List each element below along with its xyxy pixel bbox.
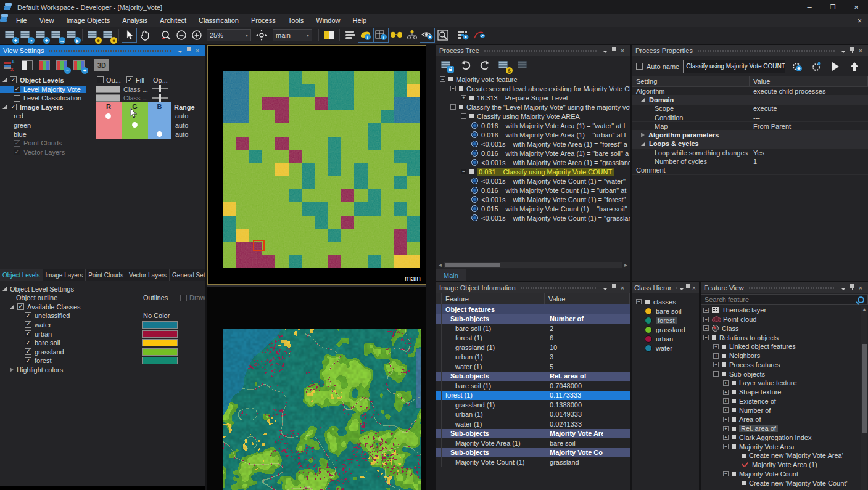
expander-icon[interactable]: +: [723, 398, 729, 404]
table-row[interactable]: grassland (1)0.1388000: [436, 400, 630, 410]
map-view-secondary[interactable]: [207, 287, 426, 490]
channel-assignment-dot[interactable]: [132, 122, 138, 128]
image-layers-checkbox[interactable]: [10, 104, 17, 110]
tab-point-clouds[interactable]: Point Clouds: [86, 269, 126, 281]
class-item[interactable]: grassland: [632, 325, 699, 334]
level-row[interactable]: Level Classification: [0, 94, 81, 102]
document-close-icon[interactable]: ×: [857, 16, 862, 25]
process-tree-row[interactable]: <0.001swith Majority Vote Count (1) = "g…: [436, 213, 630, 223]
import-scene-icon[interactable]: →: [49, 28, 64, 43]
feature-row[interactable]: +Layer value texture: [701, 378, 868, 388]
move-up-icon[interactable]: [846, 59, 862, 74]
menu-process[interactable]: Process: [245, 17, 282, 24]
expander-icon[interactable]: −: [461, 113, 466, 119]
available-classes-checkbox[interactable]: [17, 303, 24, 310]
single-layer-grayscale-icon[interactable]: [19, 58, 35, 73]
expander-icon[interactable]: +: [723, 407, 729, 413]
pp-table[interactable]: Algorithmexecute child processesDomainSc…: [632, 87, 868, 175]
edit-algorithm-icon[interactable]: [808, 59, 824, 74]
feature-row[interactable]: +Thematic layer: [701, 306, 868, 315]
level-checkbox[interactable]: [14, 86, 20, 92]
view-3d-button[interactable]: 3D: [94, 59, 109, 71]
feature-row[interactable]: +Class: [701, 324, 868, 333]
image-layer-mixing-icon[interactable]: [342, 28, 358, 43]
panel-menu-icon[interactable]: [839, 47, 848, 54]
tab-image-layers[interactable]: Image Layers: [43, 269, 86, 281]
feature-row[interactable]: Create new 'Majority Vote Area': [701, 451, 868, 460]
classified-grid-map[interactable]: [223, 71, 420, 268]
feature-row[interactable]: +Point cloud: [701, 315, 868, 324]
object-levels-checkbox[interactable]: [10, 76, 17, 83]
table-row[interactable]: Object features: [436, 304, 630, 314]
feature-row[interactable]: −Majority Vote Count: [701, 470, 868, 479]
feature-view-table-icon[interactable]: i: [373, 28, 389, 43]
horizontal-scrollbar[interactable]: ◄ ►: [436, 261, 630, 269]
expander-icon[interactable]: −: [450, 104, 456, 110]
restore-button[interactable]: ❐: [821, 0, 845, 14]
close-icon[interactable]: ×: [618, 47, 627, 54]
pan-tool-icon[interactable]: [137, 28, 152, 43]
expander-icon[interactable]: −: [450, 86, 456, 91]
menu-tools[interactable]: Tools: [282, 17, 310, 24]
property-row[interactable]: Loop while something changes onlyYes: [632, 149, 868, 157]
opacity-slider[interactable]: [152, 88, 168, 89]
table-row[interactable]: Sub-objectsRel. area of: [436, 372, 630, 382]
algorithm-settings-icon[interactable]: [789, 59, 804, 74]
class-color-swatch[interactable]: [142, 339, 178, 346]
expander-icon[interactable]: −: [723, 444, 729, 449]
property-row[interactable]: Scopeexecute: [632, 105, 868, 113]
close-icon[interactable]: ×: [856, 47, 865, 54]
search-feature-input[interactable]: Search feature: [701, 294, 868, 305]
table-row[interactable]: water (1)5: [436, 362, 630, 372]
level-color-swatch[interactable]: [96, 94, 120, 102]
table-row[interactable]: Majority Vote Count (1)grassland: [436, 457, 630, 467]
shift-layers-down-icon[interactable]: −: [54, 58, 70, 73]
property-row[interactable]: MapFrom Parent: [632, 122, 868, 131]
process-tree-row[interactable]: <0.001swith Majority Vote Area (1) = "gr…: [436, 158, 630, 167]
process-tree-row[interactable]: 0.015with Majority Vote Count (1) = "bar…: [436, 204, 630, 213]
tab-vector-layers[interactable]: Vector Layers: [126, 269, 170, 281]
outline-checkbox[interactable]: [97, 76, 104, 83]
column-setting[interactable]: Setting: [632, 76, 750, 86]
process-tree-row[interactable]: −Create second level above existing for …: [436, 84, 630, 93]
undo-icon[interactable]: [458, 58, 473, 73]
property-row[interactable]: Condition---: [632, 113, 868, 122]
class-item[interactable]: water: [632, 343, 699, 353]
edit-curve-icon[interactable]: [471, 28, 487, 43]
expander-icon[interactable]: [10, 304, 14, 309]
process-tree-header[interactable]: Process Tree ×: [436, 45, 630, 56]
group-expander-icon[interactable]: [641, 97, 645, 102]
class-visibility-checkbox[interactable]: [25, 330, 31, 337]
feature-row[interactable]: Majority Vote Area (1): [701, 460, 868, 470]
class-visibility-checkbox[interactable]: [25, 321, 31, 328]
class-hierarchy-header[interactable]: Class Hierar... ×: [632, 282, 699, 293]
process-tree-row[interactable]: −Majority vote feature: [436, 75, 630, 84]
process-tree-row[interactable]: <0.001swith Majority Vote Count (1) = "w…: [436, 176, 630, 186]
process-tree-row[interactable]: 0.016with Majority Vote Area (1) = "bare…: [436, 149, 630, 158]
class-item[interactable]: forest: [632, 316, 699, 325]
close-icon[interactable]: ×: [856, 285, 865, 292]
class-color-swatch[interactable]: [142, 321, 178, 329]
class-root-row[interactable]: −classes: [632, 297, 699, 306]
move-down-icon[interactable]: [866, 59, 868, 74]
image-layer-row[interactable]: green: [0, 121, 31, 129]
feature-row[interactable]: +Linked object features: [701, 342, 868, 351]
feature-row[interactable]: +Shape texture: [701, 388, 868, 397]
property-row[interactable]: Algorithm parameters: [632, 131, 868, 139]
redo-icon[interactable]: [477, 58, 492, 73]
edit-layer-mixing-icon[interactable]: +x: [2, 58, 18, 73]
expander-icon[interactable]: [10, 367, 14, 372]
expander-icon[interactable]: [2, 105, 7, 109]
image-layer-row[interactable]: blue: [0, 131, 27, 138]
menu-file[interactable]: File: [10, 17, 33, 24]
pin-icon[interactable]: [848, 284, 856, 292]
pixel-view-icon[interactable]: [435, 28, 450, 43]
menu-help[interactable]: Help: [346, 17, 373, 24]
table-row[interactable]: Sub-objectsMajority Vote Area: [436, 429, 630, 439]
class-color-swatch[interactable]: [142, 348, 178, 356]
expander-icon[interactable]: +: [713, 353, 719, 359]
table-row[interactable]: Majority Vote Area (1)bare soil: [436, 438, 630, 448]
opacity-slider[interactable]: [152, 97, 168, 99]
feature-row[interactable]: Majority Vote Count (1): [701, 488, 868, 489]
table-row[interactable]: Sub-objectsMajority Vote Cou...: [436, 448, 630, 458]
